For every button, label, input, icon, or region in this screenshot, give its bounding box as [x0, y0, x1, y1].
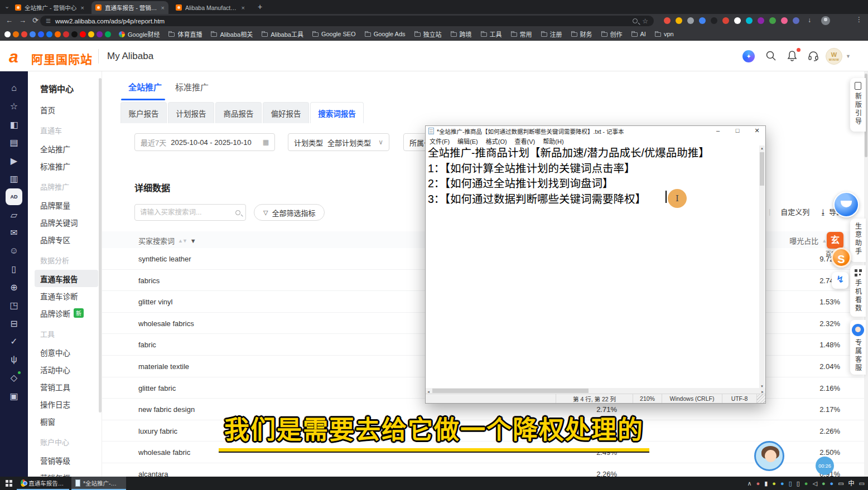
bookmark-favicon[interactable]	[21, 31, 27, 37]
bookmark-item[interactable]: Alibaba相关	[211, 30, 253, 38]
tab-search-icon[interactable]: ⌄	[4, 3, 9, 10]
taskbar-app-chrome[interactable]: 直通车报告 - 营销...	[17, 477, 69, 490]
tab-close-icon[interactable]: ×	[242, 4, 245, 11]
tab-standard-promotion[interactable]: 标准推广	[175, 81, 209, 93]
user-avatar[interactable]: W WINIW	[826, 48, 842, 65]
battery-tray-icon[interactable]: ▯	[789, 481, 792, 487]
tray-app3-icon[interactable]: ●	[780, 481, 784, 487]
bookmark-favicon[interactable]	[88, 31, 94, 37]
sidebar-item[interactable]: 品牌专区	[40, 231, 102, 248]
sidebar-item[interactable]: 创意中心	[40, 343, 102, 361]
downloads-icon[interactable]: ↓	[808, 16, 811, 24]
sidebar-item[interactable]: 首页	[40, 101, 102, 118]
bookmark-favicon[interactable]	[55, 31, 61, 37]
extension-icon[interactable]	[711, 17, 717, 24]
bookmark-item[interactable]: Alibaba工具	[262, 30, 303, 38]
xuan-app-icon[interactable]: 玄	[827, 232, 843, 249]
message-icon[interactable]: ✉	[5, 224, 23, 242]
bookmark-favicon[interactable]	[80, 31, 86, 37]
growth-icon[interactable]: ψ	[5, 351, 23, 369]
video-icon[interactable]: ▶	[5, 152, 23, 170]
close-button[interactable]: ✕	[749, 126, 765, 136]
bookmark-item[interactable]: Google财经	[119, 30, 160, 38]
bookmark-favicon[interactable]	[30, 31, 36, 37]
store-icon[interactable]: ◧	[5, 115, 23, 134]
sidebar-item[interactable]: 营销中心	[40, 83, 102, 94]
tray-app2-icon[interactable]: ●	[772, 481, 776, 487]
sidebar-item[interactable]: 直通车诊断	[40, 287, 102, 304]
filter-funnel-icon[interactable]: ▼	[190, 237, 196, 244]
bookmark-favicon[interactable]	[13, 31, 19, 37]
minimize-button[interactable]: –	[710, 126, 726, 136]
sidebar-item[interactable]: 工具	[40, 328, 102, 339]
notepad-hscrollbar[interactable]: ◄ ►	[426, 388, 765, 394]
diamond-icon[interactable]: ◇	[5, 369, 23, 387]
briefcase-icon[interactable]: ▣	[5, 387, 23, 405]
filter-metrics-button[interactable]: ▽ 全部筛选指标	[254, 204, 325, 221]
bookmark-item[interactable]: 注册	[541, 30, 562, 38]
extension-icon[interactable]	[769, 17, 776, 24]
browser-tab[interactable]: 全站推广 - 营销中心 ×	[11, 1, 88, 14]
sidebar-item[interactable]: 数据分析	[40, 255, 102, 265]
bookmark-item[interactable]: vpn	[655, 30, 674, 38]
sidebar-item[interactable]: 品牌诊断 新	[40, 304, 102, 322]
chevron-down-icon[interactable]: ▼	[846, 54, 851, 59]
chat-tray-icon[interactable]: ●	[804, 481, 808, 487]
extension-icon[interactable]	[664, 17, 671, 24]
sidebar-item[interactable]: 直通车	[40, 125, 102, 135]
star-icon[interactable]: ☆	[5, 98, 23, 116]
bookmark-item[interactable]: Google Ads	[365, 30, 406, 38]
url-bar[interactable]: ☰ www2.alibaba.com/ads/p4p/report.htm ☆	[40, 16, 654, 26]
extension-icon[interactable]	[734, 17, 741, 24]
dedicated-service-tab[interactable]: 专属客服	[850, 320, 866, 375]
browser-tab[interactable]: Alibaba Manufacturer Direct... ×	[172, 1, 249, 14]
menu-item[interactable]: 文件(F)	[430, 137, 450, 145]
extension-icon[interactable]	[793, 17, 799, 24]
reload-icon[interactable]: ⟳	[32, 16, 38, 25]
url-text[interactable]: www2.alibaba.com/ads/p4p/report.htm	[55, 18, 628, 25]
mobile-data-tab[interactable]: 手机看数	[850, 265, 866, 317]
sidebar-item[interactable]: 直通车报告	[35, 270, 98, 287]
coupon-icon[interactable]: ▱	[5, 206, 23, 224]
bookmark-item[interactable]: 财务	[571, 30, 592, 38]
extension-icon[interactable]	[687, 17, 694, 24]
customize-columns-button[interactable]: 自定义列	[780, 206, 809, 217]
extension-icon[interactable]	[699, 17, 706, 24]
ai-gem-icon[interactable]: ✦	[742, 50, 755, 62]
tab-site-wide-promotion[interactable]: 全站推广	[128, 81, 162, 93]
sidebar-item[interactable]: 营销工具	[40, 378, 102, 395]
report-tab[interactable]: 偏好报告	[263, 102, 309, 123]
usb-tray-icon[interactable]: ▯	[797, 481, 800, 487]
bookmark-item[interactable]: 跨境	[451, 30, 472, 38]
contacts-icon[interactable]: ☺	[5, 242, 23, 260]
menu-item[interactable]: 查看(V)	[515, 137, 536, 145]
global-icon[interactable]: ⊕	[5, 278, 23, 297]
network-tray-icon[interactable]: ▭	[838, 481, 843, 487]
customer-service-icon[interactable]	[808, 50, 819, 61]
ads-icon[interactable]: AD	[6, 188, 22, 205]
forward-icon[interactable]: →	[19, 16, 26, 25]
resize-grip[interactable]	[756, 394, 765, 403]
sidebar-item[interactable]: 品牌推广	[40, 181, 102, 192]
bookmark-item[interactable]: AI	[631, 30, 646, 38]
home-icon[interactable]: ⌂	[5, 79, 23, 98]
report-tab[interactable]: 搜索词报告	[310, 102, 364, 123]
bookmark-favicon[interactable]	[46, 31, 52, 37]
table-row[interactable]: alcantara 2.26% 0.91%	[102, 463, 868, 477]
notepad-text-area[interactable]: 全站推广-推商品计划【新品加速/潜力品成长/优爆品助推】1：【如何计算全站推计划…	[428, 145, 760, 389]
sidebar-item[interactable]: 标准推广	[40, 157, 102, 174]
menu-item[interactable]: 帮助(H)	[543, 137, 563, 145]
notepad-vscrollbar[interactable]: ▲ ▼	[759, 145, 765, 389]
bookmark-favicon[interactable]	[71, 31, 78, 37]
bookmark-item[interactable]: 常用	[511, 30, 532, 38]
sidebar-item[interactable]: 活动中心	[40, 361, 102, 378]
plan-type-select[interactable]: 计划类型 全部计划类型 ∨	[288, 133, 389, 151]
bookmark-item[interactable]: 创作	[601, 30, 623, 38]
new-tab-button[interactable]: +	[258, 2, 262, 11]
assistant-mascot-icon[interactable]	[833, 192, 859, 217]
report-tab[interactable]: 计划报告	[168, 102, 214, 123]
date-range-picker[interactable]: 最近7天 2025-10-04 - 2025-10-10 ▦	[134, 133, 275, 151]
keyword-search-box[interactable]	[134, 204, 246, 221]
start-button-icon[interactable]	[6, 480, 12, 487]
new-version-guide-tab[interactable]: 新版引导	[850, 78, 866, 132]
